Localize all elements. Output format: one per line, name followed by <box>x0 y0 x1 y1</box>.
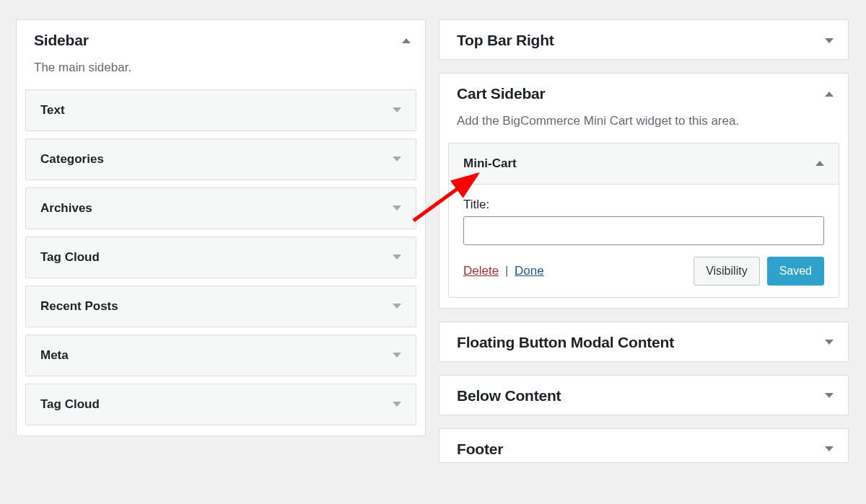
caret-down-icon <box>393 402 401 407</box>
widget-label: Tag Cloud <box>40 250 100 265</box>
below-content-title: Below Content <box>457 387 561 404</box>
sidebar-area-header[interactable]: Sidebar <box>17 20 425 59</box>
widget-label: Tag Cloud <box>40 397 100 412</box>
sidebar-area-title: Sidebar <box>34 32 89 49</box>
below-content-panel: Below Content <box>439 375 849 415</box>
top-bar-right-header[interactable]: Top Bar Right <box>439 20 848 59</box>
floating-button-title: Floating Button Modal Content <box>457 334 674 351</box>
cart-sidebar-title: Cart Sidebar <box>457 85 545 102</box>
caret-down-icon <box>393 156 401 162</box>
top-bar-right-title: Top Bar Right <box>457 32 554 49</box>
caret-up-icon <box>825 92 834 97</box>
delete-link[interactable]: Delete <box>463 264 499 278</box>
footer-title: Footer <box>457 441 503 458</box>
caret-down-icon <box>825 446 834 451</box>
widget-tag-cloud-1[interactable]: Tag Cloud <box>25 236 416 278</box>
widget-meta[interactable]: Meta <box>25 335 416 376</box>
mini-cart-widget: Mini-Cart Title: Delete | Done <box>448 143 839 298</box>
caret-down-icon <box>393 304 401 309</box>
caret-down-icon <box>393 107 401 112</box>
caret-up-icon <box>402 38 411 43</box>
widget-archives[interactable]: Archives <box>25 187 416 229</box>
widget-recent-posts[interactable]: Recent Posts <box>25 286 416 327</box>
mini-cart-title: Mini-Cart <box>463 156 517 171</box>
action-separator: | <box>505 264 508 278</box>
mini-cart-title-label: Title: <box>463 198 489 212</box>
saved-button[interactable]: Saved <box>767 257 824 286</box>
caret-down-icon <box>825 340 834 345</box>
caret-down-icon <box>393 353 401 358</box>
sidebar-widget-list: Text Categories Archives <box>17 89 425 436</box>
widget-label: Text <box>40 103 65 118</box>
below-content-header[interactable]: Below Content <box>439 376 848 415</box>
widget-text[interactable]: Text <box>25 89 416 131</box>
floating-button-header[interactable]: Floating Button Modal Content <box>439 322 848 361</box>
caret-down-icon <box>393 255 401 260</box>
widget-label: Meta <box>40 348 69 363</box>
caret-down-icon <box>393 205 401 211</box>
caret-down-icon <box>825 38 834 43</box>
visibility-button[interactable]: Visibility <box>694 257 760 286</box>
mini-cart-left-actions: Delete | Done <box>463 264 544 278</box>
mini-cart-header[interactable]: Mini-Cart <box>449 143 839 185</box>
widget-label: Recent Posts <box>40 299 118 314</box>
top-bar-right-panel: Top Bar Right <box>439 19 849 60</box>
widget-categories[interactable]: Categories <box>25 138 416 180</box>
widget-label: Categories <box>40 152 104 167</box>
footer-header[interactable]: Footer <box>439 429 848 462</box>
widget-tag-cloud-2[interactable]: Tag Cloud <box>25 384 416 425</box>
widget-label: Archives <box>40 201 92 216</box>
cart-sidebar-description: Add the BigCommerce Mini Cart widget to … <box>439 112 848 143</box>
floating-button-panel: Floating Button Modal Content <box>439 322 849 362</box>
mini-cart-title-input[interactable] <box>463 216 824 245</box>
caret-up-icon <box>815 161 824 166</box>
cart-sidebar-header[interactable]: Cart Sidebar <box>439 74 848 112</box>
done-link[interactable]: Done <box>515 264 544 278</box>
footer-panel: Footer <box>439 428 849 463</box>
sidebar-area-panel: Sidebar The main sidebar. Text Categorie… <box>16 19 426 436</box>
cart-sidebar-panel: Cart Sidebar Add the BigCommerce Mini Ca… <box>439 73 849 309</box>
caret-down-icon <box>825 393 834 398</box>
sidebar-area-description: The main sidebar. <box>17 59 425 89</box>
